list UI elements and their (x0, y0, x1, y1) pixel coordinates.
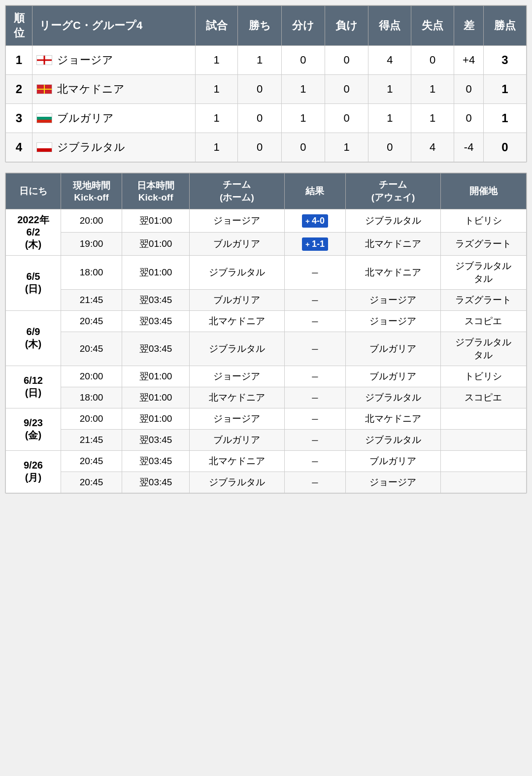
standing-gf: 1 (368, 75, 411, 104)
match-result: – (284, 332, 345, 366)
match-result: – (284, 387, 345, 408)
home-team: 北マケドニア (190, 387, 285, 408)
jp-time: 翌03:45 (122, 451, 190, 472)
league-header: リーグC・グループ4 (33, 6, 196, 46)
standing-drawn: 1 (281, 104, 325, 133)
standing-pts: 1 (484, 104, 527, 133)
venue (440, 472, 526, 493)
venue: スコピエ (440, 311, 526, 332)
standing-rank: 2 (6, 75, 33, 104)
match-result: – (284, 430, 345, 451)
standing-team: ブルガリア (33, 104, 196, 133)
home-team: ジブラルタル (190, 472, 285, 493)
standing-gf: 4 (368, 46, 411, 75)
away-team: ブルガリア (346, 366, 441, 387)
jp-time: 翌01:00 (122, 233, 190, 256)
home-team: ブルガリア (190, 290, 285, 311)
match-result: – (284, 366, 345, 387)
home-team: ブルガリア (190, 233, 285, 256)
score-badge: 1-1 (302, 237, 328, 251)
standing-won: 0 (238, 104, 281, 133)
gf-header: 得点 (368, 6, 411, 46)
jp-time: 翌01:00 (122, 209, 190, 233)
away-team: ブルガリア (346, 451, 441, 472)
jp-time: 翌01:00 (122, 366, 190, 387)
standing-rank: 3 (6, 104, 33, 133)
pts-header: 勝点 (484, 6, 527, 46)
match-result: – (284, 256, 345, 290)
local-time: 20:45 (61, 311, 122, 332)
standing-lost: 0 (325, 75, 368, 104)
schedule-date: 9/23 (金) (6, 408, 61, 451)
local-time: 20:45 (61, 332, 122, 366)
home-team: 北マケドニア (190, 311, 285, 332)
venue: ジブラルタル タル (440, 256, 526, 290)
standing-rank: 4 (6, 133, 33, 162)
jp-time: 翌03:45 (122, 290, 190, 311)
venue (440, 451, 526, 472)
match-dash: – (312, 370, 318, 382)
away-team: ジョージア (346, 311, 441, 332)
local-time: 19:00 (61, 233, 122, 256)
home-team: ジブラルタル (190, 256, 285, 290)
date-header: 日にち (6, 173, 61, 209)
standing-rank: 1 (6, 46, 33, 75)
gd-header: 差 (454, 6, 484, 46)
local-time: 21:45 (61, 430, 122, 451)
lost-header: 負け (325, 6, 368, 46)
standing-gd: 0 (454, 75, 484, 104)
local-time: 18:00 (61, 387, 122, 408)
home-header: チーム(ホーム) (190, 173, 285, 209)
standing-lost: 1 (325, 133, 368, 162)
standing-team: ジブラルタル (33, 133, 196, 162)
flag-ge (36, 55, 52, 65)
away-team: 北マケドニア (346, 408, 441, 430)
match-result: – (284, 311, 345, 332)
away-team: 北マケドニア (346, 256, 441, 290)
standing-drawn: 0 (281, 133, 325, 162)
jp-time: 翌01:00 (122, 408, 190, 430)
match-dash: – (312, 342, 318, 355)
standing-played: 1 (195, 46, 238, 75)
local-time: 20:00 (61, 408, 122, 430)
home-team: ジョージア (190, 366, 285, 387)
venue: ラズグラート (440, 233, 526, 256)
home-team: ジブラルタル (190, 332, 285, 366)
venue: トビリシ (440, 366, 526, 387)
away-team: 北マケドニア (346, 233, 441, 256)
jp-time: 翌03:45 (122, 430, 190, 451)
local-time: 18:00 (61, 256, 122, 290)
schedule-date: 6/9 (木) (6, 311, 61, 366)
standing-drawn: 0 (281, 46, 325, 75)
team-name-text: ブルガリア (57, 111, 114, 126)
ga-header: 失点 (411, 6, 454, 46)
jp-time: 翌03:45 (122, 311, 190, 332)
away-team: ジョージア (346, 472, 441, 493)
standing-played: 1 (195, 133, 238, 162)
away-team: ブルガリア (346, 332, 441, 366)
standing-ga: 4 (411, 133, 454, 162)
standing-gf: 1 (368, 104, 411, 133)
standing-gd: 0 (454, 104, 484, 133)
local-time: 20:45 (61, 472, 122, 493)
jp-time: 翌03:45 (122, 332, 190, 366)
local-time: 20:45 (61, 451, 122, 472)
schedule-table: 日にち 現地時間Kick-off 日本時間Kick-off チーム(ホーム) 結… (5, 173, 527, 493)
home-team: 北マケドニア (190, 451, 285, 472)
local-time-header: 現地時間Kick-off (61, 173, 122, 209)
schedule-section: 日にち 現地時間Kick-off 日本時間Kick-off チーム(ホーム) 結… (5, 172, 527, 494)
match-result: – (284, 451, 345, 472)
match-dash: – (312, 476, 318, 488)
venue: トビリシ (440, 209, 526, 233)
standing-pts: 3 (484, 46, 527, 75)
schedule-date: 2022年 6/2 (木) (6, 209, 61, 256)
played-header: 試合 (195, 6, 238, 46)
standing-lost: 0 (325, 104, 368, 133)
match-dash: – (312, 412, 318, 425)
match-dash: – (312, 434, 318, 446)
standing-gd: -4 (454, 133, 484, 162)
match-dash: – (312, 391, 318, 404)
venue (440, 430, 526, 451)
match-result: – (284, 408, 345, 430)
venue-header: 開催地 (440, 173, 526, 209)
